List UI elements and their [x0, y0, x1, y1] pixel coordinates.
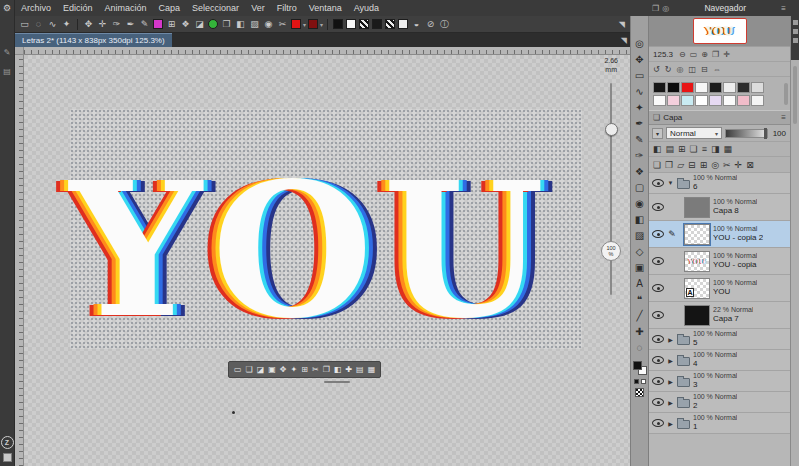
panel-tab-icon-0[interactable]: ❐ [652, 4, 659, 13]
sub-color-chip[interactable] [641, 379, 646, 384]
pencil-tool-icon[interactable]: ✎ [632, 132, 648, 148]
menu-item-capa[interactable]: Capa [153, 0, 187, 16]
target-circle-icon[interactable]: ◉ [262, 16, 275, 32]
palette-c-icon[interactable]: ⊞ [678, 143, 686, 155]
left-dock-icon-0[interactable]: ✎ [4, 48, 11, 57]
contrast-icon[interactable]: ◒ [410, 16, 423, 32]
gradient-icon[interactable]: ▨ [248, 16, 261, 32]
visibility-eye-icon[interactable] [652, 377, 664, 385]
launcher-icon-4[interactable]: ✥ [280, 363, 287, 376]
layer-row-4[interactable]: ▶100 % Normal4 [649, 350, 790, 371]
magenta-swatch-icon[interactable] [153, 19, 163, 29]
layer-row-you[interactable]: A100 % NormalYOU [649, 275, 790, 302]
panel-scrollbar-thumb[interactable] [793, 66, 797, 124]
color-swatch[interactable] [709, 95, 722, 106]
palette-e-icon[interactable]: ≡ [702, 143, 707, 155]
layer-thumbnail[interactable]: YOU [684, 251, 710, 272]
visibility-eye-icon[interactable] [652, 257, 664, 265]
visibility-eye-icon[interactable] [652, 311, 664, 319]
layer-row-5[interactable]: ▶100 % Normal5 [649, 329, 790, 350]
prohibit-icon[interactable]: ⊘ [424, 16, 437, 32]
lasso-tool-icon[interactable]: ∿ [632, 84, 648, 100]
left-dock-icon-1[interactable]: ▤ [3, 67, 11, 76]
launcher-icon-0[interactable]: ▭ [234, 363, 242, 376]
swatch-scrollbar[interactable] [784, 83, 788, 105]
launcher-icon-7[interactable]: ✂ [312, 363, 319, 376]
blend-tool-icon[interactable]: ◉ [632, 196, 648, 212]
red-swatch-group[interactable]: ▾ [290, 19, 306, 29]
pencil-icon[interactable]: ✎ [138, 16, 151, 32]
marquee-tool-icon[interactable]: ▭ [632, 68, 648, 84]
apply-mask-icon[interactable]: ✂ [723, 159, 731, 171]
layers-panel-menu-icon[interactable]: ≡ [781, 113, 786, 122]
blend-options-button[interactable]: ▾ [652, 128, 663, 139]
layer-row-you---copia[interactable]: YOU100 % NormalYOU - copia [649, 248, 790, 275]
new-folder-icon[interactable]: ▱ [677, 159, 684, 171]
folder-expand-arrow-icon[interactable]: ▶ [667, 420, 674, 427]
layer-thumbnail[interactable] [684, 305, 710, 326]
pattern-swatch-2-icon[interactable] [385, 19, 395, 29]
grid-icon[interactable]: ⊞ [165, 16, 178, 32]
figure-tool-icon[interactable]: ◇ [632, 244, 648, 260]
nav-zoom-in-icon[interactable]: ⊕ [701, 50, 708, 59]
visibility-eye-icon[interactable] [652, 419, 664, 427]
nav-zoom-slider-icon[interactable]: ▭ [690, 50, 698, 59]
color-chip-icon[interactable] [3, 453, 12, 462]
layer-row-1[interactable]: ▶100 % Normal1 [649, 413, 790, 434]
foreground-color-swatch[interactable] [633, 361, 642, 370]
move-tool-icon[interactable]: ✥ [632, 52, 648, 68]
transfer-down-icon[interactable]: ⊟ [688, 159, 696, 171]
blend-mode-select[interactable]: Normal ▾ [666, 127, 722, 139]
magic-wand-icon[interactable]: ✦ [60, 16, 73, 32]
menu-item-ventana[interactable]: Ventana [303, 0, 348, 16]
pen-tool-icon[interactable]: ✒ [632, 116, 648, 132]
color-swatch[interactable] [751, 95, 764, 106]
fill-tool-icon[interactable]: ◧ [632, 212, 648, 228]
launcher-icon-3[interactable]: ▣ [268, 363, 276, 376]
text-tool-icon[interactable]: A [632, 276, 648, 292]
new-vector-layer-icon[interactable]: ❐ [665, 159, 673, 171]
layer-row-2[interactable]: ▶100 % Normal2 [649, 392, 790, 413]
lasso-select-icon[interactable]: ◌ [32, 16, 45, 32]
menu-item-archivo[interactable]: Archivo [15, 0, 57, 16]
color-swatch[interactable] [751, 82, 764, 93]
color-swatch[interactable] [653, 95, 666, 106]
zoom-slider-track[interactable] [610, 83, 612, 295]
nav-flip-vertical-icon[interactable]: ⊟ [701, 65, 708, 74]
eraser-tool-icon[interactable]: ▢ [632, 180, 648, 196]
light-swatch-icon[interactable] [398, 19, 408, 29]
navigator-view-frame[interactable]: YOU [693, 18, 747, 44]
launcher-drag-handle[interactable] [324, 381, 350, 383]
app-logo-icon[interactable]: Z [1, 436, 14, 449]
decoration-icon[interactable]: ❖ [179, 16, 192, 32]
transparent-color-chip[interactable] [635, 388, 644, 397]
layer-row-6[interactable]: ▼100 % Normal6 [649, 173, 790, 194]
selection-launcher-bar[interactable]: ▭❏◪▣✥✦⊞✂❐◧✚▤▦ [228, 361, 381, 378]
dock-icon[interactable] [793, 20, 798, 25]
halfsquare-icon[interactable]: ◪ [193, 16, 206, 32]
color-swatch[interactable] [681, 82, 694, 93]
color-swatch[interactable] [723, 95, 736, 106]
visibility-eye-icon[interactable] [652, 335, 664, 343]
zoom-slider-knob[interactable] [605, 123, 618, 136]
lightcircle-tool-icon[interactable]: ◌ [632, 340, 648, 356]
visibility-eye-icon[interactable] [652, 203, 664, 211]
color-swatch[interactable] [681, 95, 694, 106]
color-swatch[interactable] [709, 82, 722, 93]
launcher-icon-5[interactable]: ✦ [291, 363, 298, 376]
operation-tool-icon[interactable]: ◎ [632, 36, 648, 52]
ruler-icon[interactable]: ✛ [735, 159, 743, 171]
brush-tool-icon[interactable]: ✑ [632, 148, 648, 164]
duplicate-icon[interactable]: ❐ [220, 16, 233, 32]
dark-red-swatch-icon[interactable] [308, 19, 318, 29]
visibility-eye-icon[interactable] [652, 398, 664, 406]
decoration-tool-icon[interactable]: ❖ [632, 164, 648, 180]
launcher-icon-11[interactable]: ▤ [356, 363, 364, 376]
launcher-icon-9[interactable]: ◧ [334, 363, 342, 376]
info-icon[interactable]: ⓘ [438, 16, 451, 32]
nav-rotate-right-icon[interactable]: ↻ [665, 65, 672, 74]
black-swatch-icon[interactable] [333, 19, 343, 29]
white-swatch-icon[interactable] [346, 19, 356, 29]
nav-actual-size-icon[interactable]: ✛ [723, 50, 730, 59]
dock-icon[interactable] [793, 38, 798, 43]
